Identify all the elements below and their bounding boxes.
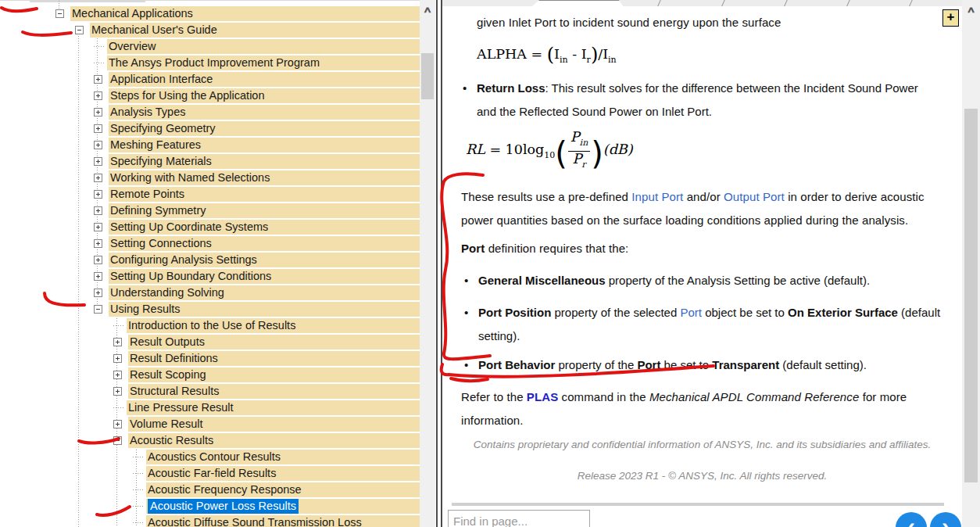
minus-icon[interactable] — [94, 305, 102, 314]
toc-item[interactable]: Application Interface — [0, 71, 420, 88]
toc-item-label: Setting Connections — [110, 237, 212, 249]
toc-item[interactable]: Setting Connections — [0, 235, 420, 252]
toc-item[interactable]: Using Results — [0, 301, 420, 317]
toc-item[interactable]: Configuring Analysis Settings — [0, 252, 420, 268]
minus-icon[interactable] — [113, 436, 122, 445]
toc-item[interactable]: Specifying Materials — [0, 153, 420, 170]
toc-item[interactable]: Acoustics Contour Results — [0, 449, 420, 465]
plus-icon[interactable] — [113, 387, 122, 396]
toc-item[interactable]: Overview — [0, 38, 420, 55]
minus-icon[interactable] — [75, 26, 84, 34]
chevron-up-icon[interactable]: ∧ — [957, 3, 980, 16]
input-port-link[interactable]: Input Port — [631, 190, 683, 203]
formula-token: ( — [555, 135, 567, 171]
bullet-bold: On Exterior Surface — [788, 306, 898, 319]
toc-scrollbar-thumb[interactable] — [421, 53, 434, 99]
toc-item[interactable]: Result Definitions — [0, 350, 420, 367]
plus-icon[interactable] — [94, 256, 102, 264]
toc-item-label: Defining Symmetry — [110, 204, 206, 217]
plus-icon[interactable] — [94, 157, 102, 166]
toc-item[interactable]: Volume Result — [0, 416, 420, 432]
toc-item[interactable]: Meshing Features — [0, 137, 420, 153]
plus-icon[interactable] — [94, 174, 102, 182]
toc-item[interactable]: Introduction to the Use of Results — [0, 317, 420, 334]
paragraph-text: command in the — [558, 390, 649, 403]
toc-item[interactable]: Line Pressure Result — [0, 400, 420, 416]
toc-item-label: Meshing Features — [110, 138, 201, 151]
toc-item[interactable]: Working with Named Selections — [0, 170, 420, 186]
plus-icon[interactable] — [94, 239, 102, 248]
toc-item-label: Specifying Materials — [110, 155, 212, 167]
toc-item[interactable]: Mechanical User's Guide — [0, 22, 420, 38]
toc-item-label: Acoustic Frequency Response — [148, 483, 302, 496]
next-page-button[interactable]: › — [930, 512, 961, 527]
toc-item[interactable]: Steps for Using the Application — [0, 88, 420, 104]
alpha-formula: ALPHA = (Iin - Ir)/Iin — [477, 44, 617, 66]
port-link[interactable]: Port — [680, 306, 702, 319]
toc-item[interactable]: Acoustic Power Loss Results — [0, 498, 420, 514]
toc-item[interactable]: Result Scoping — [0, 367, 420, 383]
toc-item-label: Steps for Using the Application — [110, 89, 264, 102]
toc-scrollbar[interactable]: ∧ — [420, 0, 435, 527]
tree-connector — [133, 473, 144, 474]
toc-item[interactable]: Acoustic Diffuse Sound Transmission Loss — [0, 514, 420, 527]
toc-tree: Mechanical ApplicationsMechanical User's… — [0, 5, 420, 527]
toc-item-label: Structural Results — [130, 385, 219, 397]
plus-icon[interactable] — [94, 108, 102, 117]
help-content: given Inlet Port to incident sound energ… — [442, 6, 962, 527]
bullet-text: object be set to — [702, 306, 788, 319]
plus-icon[interactable] — [94, 124, 102, 133]
formula-token: in — [560, 55, 568, 65]
toc-item[interactable]: Setting Up Coordinate Systems — [0, 219, 420, 235]
toc-item[interactable]: Specifying Geometry — [0, 120, 420, 137]
ports-paragraph: These results use a pre-defined Input Po… — [461, 185, 952, 232]
toc-item[interactable]: Acoustic Results — [0, 432, 420, 449]
toc-item[interactable]: Structural Results — [0, 383, 420, 400]
plus-icon[interactable] — [113, 371, 122, 379]
plus-icon[interactable] — [94, 206, 102, 215]
plus-icon[interactable] — [94, 75, 102, 84]
bullet-text: (default setting). — [779, 358, 867, 371]
content-scrollbar-thumb[interactable] — [964, 109, 978, 482]
tree-connector — [133, 457, 144, 457]
panel-splitter[interactable] — [436, 0, 438, 527]
plus-icon[interactable] — [94, 141, 102, 149]
find-in-page-input[interactable] — [448, 510, 590, 527]
plus-icon[interactable] — [113, 338, 122, 346]
toc-item[interactable]: Remote Points — [0, 186, 420, 203]
plus-icon[interactable] — [94, 190, 102, 199]
toc-item[interactable]: Analysis Types — [0, 104, 420, 120]
previous-page-button[interactable]: ‹ — [896, 512, 927, 527]
toc-item-label: Overview — [109, 40, 156, 52]
minus-icon[interactable] — [55, 9, 64, 18]
bullet-bold: Port Behavior — [478, 358, 555, 371]
toc-item[interactable]: Setting Up Boundary Conditions — [0, 268, 420, 285]
plus-icon[interactable] — [94, 91, 102, 100]
toc-item[interactable]: The Ansys Product Improvement Program — [0, 55, 420, 71]
bullet-text: property of the Analysis Setting be acti… — [606, 274, 871, 287]
plus-icon[interactable] — [94, 272, 102, 281]
plus-icon[interactable] — [94, 289, 102, 297]
toc-item-label: Setting Up Coordinate Systems — [110, 220, 268, 233]
bullet-text: property of the — [555, 358, 637, 371]
expand-button[interactable]: + — [942, 9, 959, 27]
toc-item[interactable]: Mechanical Applications — [0, 5, 420, 22]
plus-icon[interactable] — [113, 354, 122, 363]
toc-item-label: Acoustic Far-field Results — [148, 467, 276, 479]
toc-item-label: Mechanical Applications — [72, 7, 193, 20]
plus-icon[interactable] — [113, 420, 122, 428]
toc-item[interactable]: Acoustic Far-field Results — [0, 465, 420, 482]
toc-item[interactable]: Acoustic Frequency Response — [0, 482, 420, 498]
toc-item[interactable]: Defining Symmetry — [0, 203, 420, 219]
plas-command-link[interactable]: PLAS — [527, 390, 558, 403]
output-port-link[interactable]: Output Port — [724, 190, 785, 203]
port-definition-line: Port definition requires that the: — [461, 237, 628, 260]
content-scrollbar[interactable]: ∧ — [962, 0, 980, 527]
toc-item-label: Remote Points — [110, 188, 184, 200]
paragraph-bold: Port — [461, 242, 485, 255]
plus-icon[interactable] — [94, 223, 102, 231]
toc-item-label: Volume Result — [130, 418, 203, 430]
tree-connector — [113, 407, 124, 408]
toc-item[interactable]: Understanding Solving — [0, 285, 420, 301]
toc-item[interactable]: Result Outputs — [0, 334, 420, 350]
